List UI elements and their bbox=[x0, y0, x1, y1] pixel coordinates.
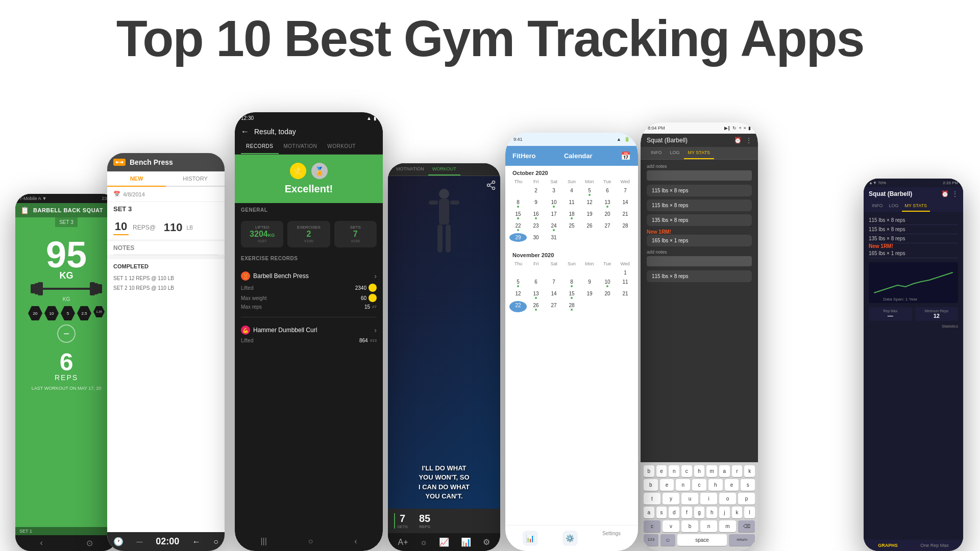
key-m[interactable]: m bbox=[706, 465, 717, 477]
key-u[interactable]: u bbox=[681, 493, 698, 505]
cal-nov-14[interactable]: 14 bbox=[545, 289, 562, 300]
key-e[interactable]: e bbox=[656, 465, 667, 477]
ex1-arrow[interactable]: › bbox=[374, 272, 377, 280]
phone3-tab-records[interactable]: RECORDS bbox=[241, 139, 279, 154]
cal-nov-22[interactable]: 22 bbox=[509, 301, 527, 312]
cal-day-12[interactable]: 12 bbox=[581, 198, 598, 209]
phone7-more-icon[interactable]: ⋮ bbox=[952, 190, 958, 197]
cal-day-8[interactable]: 8 bbox=[509, 198, 527, 209]
key-j[interactable]: j bbox=[719, 507, 730, 518]
cal-nov-21[interactable]: 21 bbox=[617, 289, 634, 300]
phone7-graphs-btn[interactable]: GRAPHS bbox=[878, 543, 898, 548]
cal-day-3[interactable]: 3 bbox=[545, 186, 562, 197]
cal-day-14[interactable]: 14 bbox=[617, 198, 634, 209]
cal-day-4[interactable]: 4 bbox=[563, 186, 580, 197]
key-m2[interactable]: m bbox=[719, 520, 736, 532]
key-n[interactable]: n bbox=[669, 465, 679, 477]
phone2-history-icon[interactable]: 🕐 bbox=[113, 537, 124, 546]
phone6-tab-mystats[interactable]: MY STATS bbox=[684, 147, 715, 159]
phone7-clock-icon[interactable]: ⏰ bbox=[941, 190, 949, 197]
cal-day-17[interactable]: 17 bbox=[545, 210, 562, 221]
cal-day-10[interactable]: 10 bbox=[545, 198, 562, 209]
cal-day-19[interactable]: 19 bbox=[581, 210, 598, 221]
cal-day-24[interactable]: 24 bbox=[545, 221, 562, 233]
phone4-tab-motivation[interactable]: MOTIVATION bbox=[392, 163, 428, 176]
cal-nov-8[interactable]: 8 bbox=[563, 278, 580, 289]
key-return[interactable]: return bbox=[729, 534, 755, 546]
phone4-tabs[interactable]: MOTIVATION WORKOUT bbox=[388, 163, 500, 176]
phone6-tab-info[interactable]: INFO bbox=[647, 147, 666, 159]
cal-day-29[interactable]: 29 bbox=[509, 233, 527, 242]
cal-day-30[interactable]: 30 bbox=[527, 233, 545, 242]
key-n3[interactable]: n bbox=[700, 520, 717, 532]
key-g[interactable]: g bbox=[694, 507, 705, 518]
key-c2[interactable]: c bbox=[692, 479, 706, 491]
key-k[interactable]: k bbox=[744, 465, 755, 477]
phone6-tabs[interactable]: INFO LOG MY STATS bbox=[641, 147, 758, 160]
phone6-add-notes2[interactable]: add notes bbox=[647, 249, 752, 255]
phone4-chart-icon[interactable]: 📈 bbox=[439, 537, 449, 547]
key-a[interactable]: a bbox=[719, 465, 730, 477]
key-y[interactable]: y bbox=[663, 493, 679, 505]
cal-day-9[interactable]: 9 bbox=[527, 198, 545, 209]
phone4-tab-workout[interactable]: WORKOUT bbox=[428, 163, 460, 176]
phone1-minus-button[interactable]: − bbox=[57, 324, 76, 343]
phone3-back-btn-icon[interactable]: ‹ bbox=[354, 537, 357, 546]
cal-nov-10[interactable]: 10 bbox=[599, 278, 616, 289]
cal-nov-19[interactable]: 19 bbox=[581, 289, 598, 300]
cal-day-21[interactable]: 21 bbox=[617, 210, 634, 221]
cal-day-20[interactable]: 20 bbox=[599, 210, 616, 221]
phone2-back-icon[interactable]: ← bbox=[192, 537, 201, 546]
cal-day-5[interactable]: 5 bbox=[581, 186, 598, 197]
key-c[interactable]: c bbox=[681, 465, 692, 477]
key-f[interactable]: f bbox=[681, 507, 692, 518]
cal-day-13[interactable]: 13 bbox=[599, 198, 616, 209]
phone7-tab-info[interactable]: INFO bbox=[869, 201, 886, 212]
key-a2[interactable]: a bbox=[644, 507, 654, 518]
cal-day-31[interactable]: 31 bbox=[545, 233, 562, 242]
cal-day-7[interactable]: 7 bbox=[617, 186, 634, 197]
phone3-tabs[interactable]: RECORDS MOTIVATION WORKOUT bbox=[235, 139, 383, 155]
cal-day-25[interactable]: 25 bbox=[563, 221, 580, 233]
cal-day-11[interactable]: 11 bbox=[563, 198, 580, 209]
phone5-statistics-icon[interactable]: 📊 bbox=[523, 531, 538, 546]
phone7-tabs[interactable]: INFO LOG MY STATS bbox=[864, 201, 963, 212]
cal-nov-9[interactable]: 9 bbox=[581, 278, 598, 289]
ex2-arrow[interactable]: › bbox=[374, 326, 377, 334]
key-d[interactable]: d bbox=[669, 507, 679, 518]
key-b[interactable]: b bbox=[644, 465, 654, 477]
phone2-home-icon[interactable]: ○ bbox=[213, 537, 218, 546]
phone7-tab-log[interactable]: LOG bbox=[886, 201, 902, 212]
phone6-more-icon[interactable]: ⋮ bbox=[746, 137, 752, 144]
key-p[interactable]: p bbox=[738, 493, 755, 505]
key-s[interactable]: s bbox=[741, 479, 755, 491]
phone2-tabs[interactable]: NEW HISTORY bbox=[107, 171, 225, 187]
key-n2[interactable]: n bbox=[676, 479, 690, 491]
phone3-menu-icon[interactable]: ||| bbox=[260, 537, 266, 546]
key-t[interactable]: t bbox=[644, 493, 660, 505]
key-b3[interactable]: b bbox=[681, 520, 698, 532]
key-s2[interactable]: s bbox=[656, 507, 667, 518]
key-space[interactable]: space bbox=[677, 534, 727, 546]
cal-nov-20[interactable]: 20 bbox=[599, 289, 616, 300]
key-emoji[interactable]: ☺ bbox=[660, 534, 675, 546]
phone2-tab-history[interactable]: HISTORY bbox=[166, 171, 225, 186]
key-e3[interactable]: e bbox=[725, 479, 739, 491]
key-b2[interactable]: b bbox=[644, 479, 658, 491]
cal-day-6[interactable]: 6 bbox=[599, 186, 616, 197]
cal-day-2[interactable]: 2 bbox=[527, 186, 545, 197]
key-l[interactable]: l bbox=[744, 507, 755, 518]
key-123[interactable]: 123 bbox=[644, 534, 658, 546]
cal-day-16[interactable]: 16 bbox=[527, 210, 545, 221]
phone6-clock-icon[interactable]: ⏰ bbox=[734, 137, 742, 144]
phone6-tab-log[interactable]: LOG bbox=[666, 147, 684, 159]
share-icon[interactable] bbox=[486, 180, 496, 192]
phone4-font-icon[interactable]: A+ bbox=[398, 538, 408, 547]
phone4-brightness-icon[interactable]: ☼ bbox=[420, 538, 428, 547]
key-h2[interactable]: h bbox=[708, 479, 723, 491]
cal-nov-11[interactable]: 11 bbox=[617, 278, 634, 289]
key-backspace[interactable]: ⌫ bbox=[738, 520, 755, 532]
key-h3[interactable]: h bbox=[706, 507, 717, 518]
phone6-notes-input2[interactable] bbox=[647, 256, 752, 266]
cal-nov-15[interactable]: 15 bbox=[563, 289, 580, 300]
